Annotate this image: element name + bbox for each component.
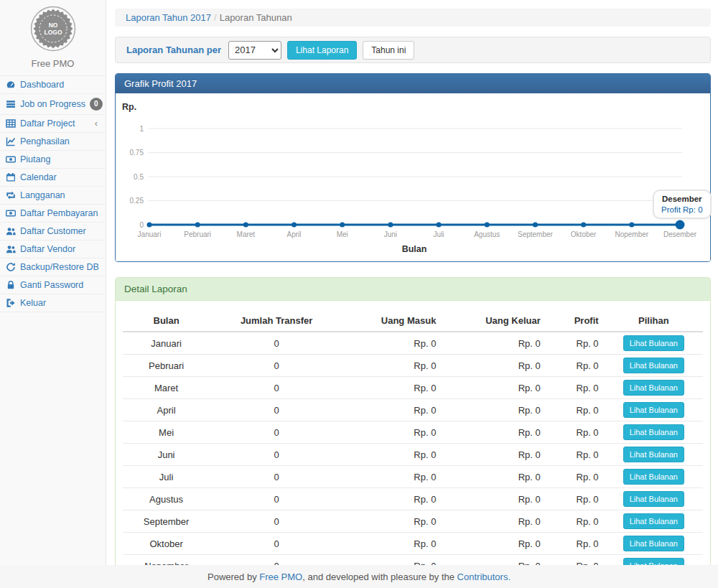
sidebar-item-daftar-vendor[interactable]: Daftar Vendor [0,240,106,258]
cell-pilihan: Lihat Bulanan [605,332,703,355]
cell-jumlah-transfer: 0 [210,488,343,510]
cell-uang-keluar: Rp. 0 [442,421,546,444]
cell-uang-masuk: Rp. 0 [343,488,442,510]
breadcrumb: Laporan Tahun 2017/Laporan Tahunan [115,9,711,27]
cell-profit: Rp. 0 [546,399,605,421]
svg-text:0.25: 0.25 [130,197,144,205]
svg-text:September: September [518,230,554,238]
lihat-bulanan-button[interactable]: Lihat Bulanan [623,424,684,440]
chart-panel-title: Grafik Profit 2017 [116,74,710,93]
svg-text:Juni: Juni [384,230,397,238]
sidebar-item-daftar-pembayaran[interactable]: Daftar Pembayaran [0,204,106,222]
sidebar-item-label: Piutang [20,154,100,164]
cell-profit: Rp. 0 [546,444,605,466]
cell-jumlah-transfer: 0 [210,533,343,555]
cell-profit: Rp. 0 [546,377,605,399]
cell-bulan: Agustus [123,488,210,510]
svg-text:LOGO: LOGO [44,29,62,36]
year-select[interactable]: 2017 [228,41,281,60]
sidebar-item-penghasilan[interactable]: Penghasilan [0,132,106,150]
sidebar-item-daftar-customer[interactable]: Daftar Customer [0,222,106,240]
lihat-bulanan-button[interactable]: Lihat Bulanan [623,447,684,462]
sidebar-item-label: Job on Progress [20,99,85,109]
sidebar-item-label: Langganan [20,190,100,200]
detail-table: Bulan Jumlah Transfer Uang Masuk Uang Ke… [123,310,703,588]
detail-laporan-panel: Detail Laporan Bulan Jumlah Transfer Uan… [115,277,711,588]
svg-text:Mei: Mei [337,230,348,238]
lihat-bulanan-button[interactable]: Lihat Bulanan [623,536,684,551]
sidebar-item-calendar[interactable]: Calendar [0,168,106,186]
dashboard-icon [6,80,16,90]
breadcrumb-current: Laporan Tahunan [220,12,292,23]
sidebar-item-job-on-progress[interactable]: Job on Progress0 [0,93,106,114]
cell-jumlah-transfer: 0 [210,355,343,377]
x-axis-title: Bulan [402,244,427,254]
report-filter-bar: Laporan Tahunan per 2017 Lihat Laporan T… [115,37,711,63]
cell-pilihan: Lihat Bulanan [605,444,703,466]
cell-uang-masuk: Rp. 0 [343,355,442,377]
lihat-bulanan-button[interactable]: Lihat Bulanan [623,491,684,507]
detail-panel-body: Bulan Jumlah Transfer Uang Masuk Uang Ke… [116,301,710,588]
lihat-bulanan-button[interactable]: Lihat Bulanan [623,358,684,373]
sidebar-item-piutang[interactable]: Piutang [0,150,106,168]
tasks-icon [6,99,16,109]
users-icon [6,244,16,254]
cell-profit: Rp. 0 [546,488,605,510]
cell-uang-keluar: Rp. 0 [442,444,546,466]
svg-text:April: April [287,230,302,238]
footer-contributors-link[interactable]: Contributors. [457,571,510,582]
money-icon [6,208,16,218]
cell-uang-keluar: Rp. 0 [442,332,546,355]
refresh-icon [6,262,16,272]
sidebar-item-daftar-project[interactable]: Daftar Project‹ [0,114,106,132]
cell-uang-masuk: Rp. 0 [343,332,442,355]
sidebar-item-label: Daftar Pembayaran [20,208,100,218]
lihat-bulanan-button[interactable]: Lihat Bulanan [623,380,684,396]
sidebar-item-ganti-password[interactable]: Ganti Password [0,276,106,294]
detail-panel-title: Detail Laporan [116,278,710,301]
footer-brand-link[interactable]: Free PMO [259,571,302,582]
footer-text-2: , and developed with pleasure by the [302,571,457,582]
sidebar-item-label: Daftar Project [20,118,90,129]
sidebar-item-label: Calendar [20,172,100,182]
logo: NO LOGO Free PMO [0,0,106,75]
sidebar-item-dashboard[interactable]: Dashboard [0,75,106,93]
cell-pilihan: Lihat Bulanan [605,421,703,444]
svg-text:Nopember: Nopember [615,230,648,238]
breadcrumb-link[interactable]: Laporan Tahun 2017 [126,12,211,23]
cell-pilihan: Lihat Bulanan [605,466,703,488]
sidebar-item-backup-restore-db[interactable]: Backup/Restore DB [0,258,106,276]
cell-jumlah-transfer: 0 [210,332,343,355]
table-row: April0Rp. 0Rp. 0Rp. 0Lihat Bulanan [123,399,703,421]
cell-bulan: Oktober [123,533,210,555]
cell-pilihan: Lihat Bulanan [605,488,703,510]
sidebar: NO LOGO Free PMO DashboardJob on Progres… [0,0,106,565]
sidebar-item-label: Keluar [20,298,100,308]
chart-area: Rp. 00.250.50.751JanuariPebruariMaretApr… [116,93,710,261]
cell-uang-keluar: Rp. 0 [442,533,546,555]
lihat-bulanan-button[interactable]: Lihat Bulanan [623,469,684,485]
cell-uang-masuk: Rp. 0 [343,533,442,555]
cell-bulan: Mei [123,421,210,444]
cell-bulan: Pebruari [123,355,210,377]
lihat-bulanan-button[interactable]: Lihat Bulanan [623,335,684,351]
lihat-bulanan-button[interactable]: Lihat Bulanan [623,402,684,418]
lihat-bulanan-button[interactable]: Lihat Bulanan [623,513,684,529]
cell-jumlah-transfer: 0 [210,510,343,533]
col-header-uang-masuk: Uang Masuk [343,310,442,332]
main-content: Laporan Tahun 2017/Laporan Tahunan Lapor… [106,0,718,588]
tahun-ini-button[interactable]: Tahun ini [363,41,414,60]
svg-text:Maret: Maret [237,230,256,238]
sidebar-item-keluar[interactable]: Keluar [0,294,106,312]
table-icon [6,118,16,129]
sidebar-item-langganan[interactable]: Langganan [0,186,106,204]
svg-text:Desember: Desember [663,230,697,238]
tooltip-title: Desember [661,195,703,203]
cell-profit: Rp. 0 [546,332,605,355]
profit-chart-panel: Grafik Profit 2017 Rp. 00.250.50.751Janu… [115,73,711,262]
profit-line-chart[interactable]: 00.250.50.751JanuariPebruariMaretAprilMe… [116,93,710,241]
footer-text-1: Powered by [208,571,259,582]
lihat-laporan-button[interactable]: Lihat Laporan [287,41,357,60]
tooltip-value: Profit Rp: 0 [661,205,703,214]
cell-uang-masuk: Rp. 0 [343,377,442,399]
